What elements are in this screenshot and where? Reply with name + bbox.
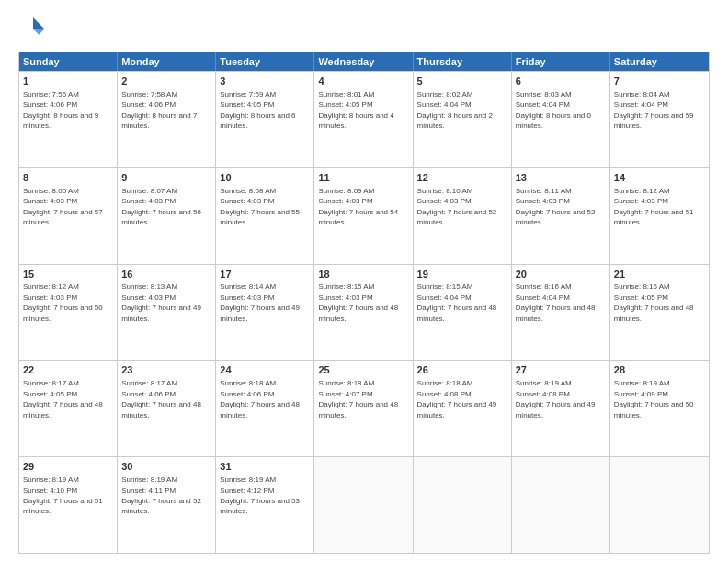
calendar-cell: 14Sunrise: 8:12 AMSunset: 4:03 PMDayligh… xyxy=(610,168,709,264)
calendar-cell: 22Sunrise: 8:17 AMSunset: 4:05 PMDayligh… xyxy=(19,361,118,456)
calendar-cell: 16Sunrise: 8:13 AMSunset: 4:03 PMDayligh… xyxy=(118,265,216,361)
header-day-tuesday: Tuesday xyxy=(216,52,314,71)
logo xyxy=(18,15,50,44)
calendar-cell: 20Sunrise: 8:16 AMSunset: 4:04 PMDayligh… xyxy=(512,265,610,361)
calendar-page: SundayMondayTuesdayWednesdayThursdayFrid… xyxy=(0,0,728,563)
calendar-cell: 21Sunrise: 8:16 AMSunset: 4:05 PMDayligh… xyxy=(610,265,709,361)
calendar-cell: 7Sunrise: 8:04 AMSunset: 4:04 PMDaylight… xyxy=(610,72,709,167)
calendar-row: 15Sunrise: 8:12 AMSunset: 4:03 PMDayligh… xyxy=(19,264,709,361)
calendar-cell xyxy=(314,457,413,553)
calendar-cell: 31Sunrise: 8:19 AMSunset: 4:12 PMDayligh… xyxy=(216,457,314,553)
header-day-wednesday: Wednesday xyxy=(314,52,413,71)
calendar-cell: 3Sunrise: 7:59 AMSunset: 4:05 PMDaylight… xyxy=(216,72,314,167)
calendar-cell: 26Sunrise: 8:18 AMSunset: 4:08 PMDayligh… xyxy=(414,361,512,456)
calendar-cell: 9Sunrise: 8:07 AMSunset: 4:03 PMDaylight… xyxy=(118,168,216,264)
calendar-row: 8Sunrise: 8:05 AMSunset: 4:03 PMDaylight… xyxy=(19,167,709,264)
calendar-cell: 1Sunrise: 7:56 AMSunset: 4:06 PMDaylight… xyxy=(19,72,118,167)
calendar-cell: 13Sunrise: 8:11 AMSunset: 4:03 PMDayligh… xyxy=(512,168,610,264)
header-day-thursday: Thursday xyxy=(414,52,512,71)
calendar-cell xyxy=(610,457,709,553)
calendar-row: 1Sunrise: 7:56 AMSunset: 4:06 PMDaylight… xyxy=(19,71,709,167)
calendar-cell: 10Sunrise: 8:08 AMSunset: 4:03 PMDayligh… xyxy=(216,168,314,264)
calendar-cell: 12Sunrise: 8:10 AMSunset: 4:03 PMDayligh… xyxy=(414,168,512,264)
calendar-cell: 11Sunrise: 8:09 AMSunset: 4:03 PMDayligh… xyxy=(314,168,413,264)
header-day-saturday: Saturday xyxy=(610,52,709,71)
calendar-header: SundayMondayTuesdayWednesdayThursdayFrid… xyxy=(19,52,709,71)
calendar-body: 1Sunrise: 7:56 AMSunset: 4:06 PMDaylight… xyxy=(19,71,709,553)
calendar-cell: 15Sunrise: 8:12 AMSunset: 4:03 PMDayligh… xyxy=(19,265,118,361)
calendar-row: 29Sunrise: 8:19 AMSunset: 4:10 PMDayligh… xyxy=(19,456,709,553)
calendar-cell: 23Sunrise: 8:17 AMSunset: 4:06 PMDayligh… xyxy=(118,361,216,456)
calendar-cell: 5Sunrise: 8:02 AMSunset: 4:04 PMDaylight… xyxy=(414,72,512,167)
calendar-cell: 24Sunrise: 8:18 AMSunset: 4:06 PMDayligh… xyxy=(216,361,314,456)
svg-marker-0 xyxy=(33,17,44,29)
calendar-cell: 18Sunrise: 8:15 AMSunset: 4:03 PMDayligh… xyxy=(314,265,413,361)
calendar-cell: 19Sunrise: 8:15 AMSunset: 4:04 PMDayligh… xyxy=(414,265,512,361)
calendar-cell: 8Sunrise: 8:05 AMSunset: 4:03 PMDaylight… xyxy=(19,168,118,264)
calendar-cell: 2Sunrise: 7:58 AMSunset: 4:06 PMDaylight… xyxy=(118,72,216,167)
svg-marker-1 xyxy=(33,29,44,35)
calendar-cell: 29Sunrise: 8:19 AMSunset: 4:10 PMDayligh… xyxy=(19,457,118,553)
calendar-row: 22Sunrise: 8:17 AMSunset: 4:05 PMDayligh… xyxy=(19,360,709,456)
calendar: SundayMondayTuesdayWednesdayThursdayFrid… xyxy=(18,52,710,554)
calendar-cell: 4Sunrise: 8:01 AMSunset: 4:05 PMDaylight… xyxy=(314,72,413,167)
header-day-monday: Monday xyxy=(118,52,216,71)
calendar-cell: 30Sunrise: 8:19 AMSunset: 4:11 PMDayligh… xyxy=(118,457,216,553)
logo-icon xyxy=(20,15,46,40)
header xyxy=(18,15,710,44)
calendar-cell: 6Sunrise: 8:03 AMSunset: 4:04 PMDaylight… xyxy=(512,72,610,167)
calendar-cell xyxy=(414,457,512,553)
calendar-cell: 27Sunrise: 8:19 AMSunset: 4:08 PMDayligh… xyxy=(512,361,610,456)
calendar-cell xyxy=(512,457,610,553)
header-day-sunday: Sunday xyxy=(19,52,118,71)
calendar-cell: 25Sunrise: 8:18 AMSunset: 4:07 PMDayligh… xyxy=(314,361,413,456)
calendar-cell: 28Sunrise: 8:19 AMSunset: 4:09 PMDayligh… xyxy=(610,361,709,456)
calendar-cell: 17Sunrise: 8:14 AMSunset: 4:03 PMDayligh… xyxy=(216,265,314,361)
header-day-friday: Friday xyxy=(512,52,610,71)
